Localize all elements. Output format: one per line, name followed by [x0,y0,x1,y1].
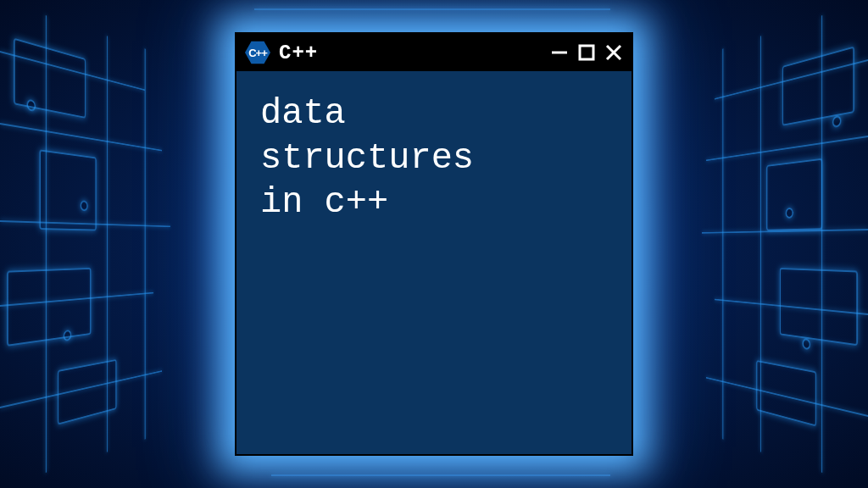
terminal-content: data structures in c++ [236,71,632,454]
window-controls [550,43,623,62]
maximize-icon[interactable] [577,43,596,62]
close-icon[interactable] [604,43,623,62]
window-title: C++ [279,42,542,64]
titlebar: C++ C++ [236,34,632,71]
terminal-window: C++ C++ data structures in c++ [235,32,633,456]
minimize-icon[interactable] [550,43,569,62]
cpp-logo-text: C++ [245,40,270,65]
svg-rect-1 [580,46,593,59]
cpp-logo-icon: C++ [245,40,270,65]
